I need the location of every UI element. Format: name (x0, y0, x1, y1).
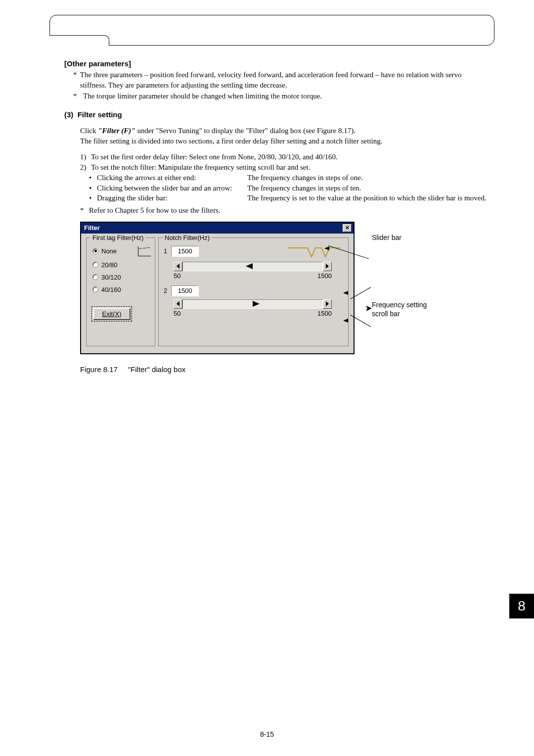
slider-right-button[interactable] (323, 262, 332, 271)
other-param-text-2: The torque limiter parameter should be c… (83, 91, 322, 101)
other-param-item-1: *The three parameters – position feed fo… (73, 70, 490, 90)
chapter-tab: 8 (509, 594, 534, 618)
slider-min-1: 50 (174, 272, 180, 280)
radio-30120[interactable]: 30/120 (92, 274, 151, 281)
bullet-row-2: •Clicking between the slider bar and an … (89, 183, 494, 193)
notch-value-1[interactable]: 1500 (171, 246, 199, 257)
callout-freq-2: scroll bar (372, 310, 400, 318)
filter-setting-title: Filter setting (78, 110, 122, 119)
radio-40160[interactable]: 40/160 (92, 286, 151, 293)
notch-graph-1 (287, 244, 341, 259)
step-1: 1)To set the first order delay filter: S… (80, 152, 490, 162)
slider-min-2: 50 (174, 310, 180, 317)
notch-label-1: 1 (164, 247, 167, 255)
dialog-title: Filter (84, 224, 100, 232)
filter-click-line: Click "Filter (F)" under "Servo Tuning" … (80, 126, 490, 136)
notch-label-2: 2 (164, 287, 167, 294)
first-lag-legend: First lag Filter(Hz) (90, 234, 145, 241)
dialog-titlebar[interactable]: Filter ✕ (81, 223, 354, 234)
bullet-row-1: •Clicking the arrows at either end: The … (89, 173, 494, 183)
chevron-right-icon (326, 264, 329, 269)
curve-icon (138, 246, 151, 256)
radio-icon[interactable] (92, 286, 98, 292)
close-icon[interactable]: ✕ (343, 224, 352, 232)
slider-left-button[interactable] (174, 299, 182, 309)
chevron-left-icon (177, 301, 179, 306)
other-param-item-2: *The torque limiter parameter should be … (73, 91, 490, 101)
callout-slider-bar: Slider bar (372, 234, 401, 241)
slider-right-button[interactable] (323, 299, 332, 309)
step-2: 2)To set the notch filter: Manipulate th… (80, 162, 490, 173)
slider-track-2[interactable] (182, 299, 323, 309)
notch-legend: Notch Filter(Hz) (163, 234, 212, 241)
bullet-row-3: •Dragging the slider bar: The frequency … (89, 193, 494, 203)
notch-filter-group: Notch Filter(Hz) 1 1500 50 1500 (158, 237, 349, 346)
radio-icon[interactable] (92, 274, 98, 280)
callout-freq-1: Frequency setting (372, 301, 427, 309)
slider-left-button[interactable] (174, 262, 182, 271)
radio-2080[interactable]: 20/80 (92, 261, 151, 269)
other-parameters-heading: [Other parameters] (64, 59, 494, 68)
slider-max-1: 1500 (317, 272, 332, 280)
filter-setting-heading: (3) Filter setting (64, 110, 494, 119)
filter-setting-number: (3) (64, 110, 73, 119)
page-number: 8-15 (0, 730, 534, 738)
chevron-left-icon (177, 264, 179, 269)
radio-icon[interactable] (92, 262, 98, 268)
radio-icon[interactable] (92, 248, 98, 254)
notch-slider-1[interactable] (174, 262, 332, 271)
filter-dialog: Filter ✕ First lag Filter(Hz) None 20/80… (80, 222, 355, 354)
notch-value-2[interactable]: 1500 (171, 285, 199, 296)
radio-none[interactable]: None (92, 246, 151, 256)
figure-caption: Figure 8.17 "Filter" dialog box (80, 365, 494, 374)
notch-slider-2[interactable] (174, 299, 332, 309)
callout-brace-icon: ➤ (365, 303, 372, 314)
other-param-text-1: The three parameters – position feed for… (80, 70, 490, 90)
refer-note: *Refer to Chapter 5 for how to use the f… (80, 206, 494, 215)
page-header-frame (49, 15, 494, 46)
exit-button[interactable]: Exit(X) (91, 306, 132, 322)
figure-wrap: Filter ✕ First lag Filter(Hz) None 20/80… (80, 222, 494, 354)
first-lag-group: First lag Filter(Hz) None 20/80 30/120 4… (86, 237, 155, 346)
slider-max-2: 1500 (317, 310, 332, 317)
slider-track-1[interactable] (182, 262, 323, 271)
filter-divided-line: The filter setting is divided into two s… (80, 136, 490, 146)
chevron-right-icon (326, 301, 329, 306)
